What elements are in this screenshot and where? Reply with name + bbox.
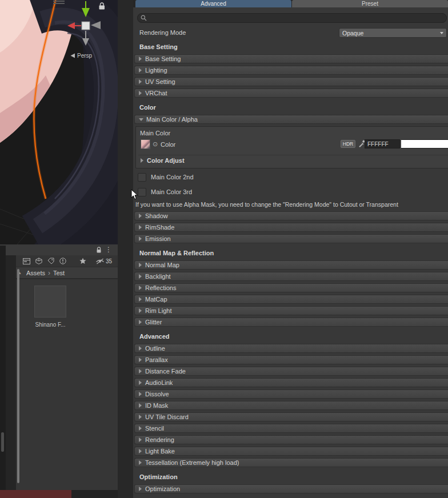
breadcrumb-root[interactable]: Assets	[26, 270, 45, 276]
foldout-row[interactable]: Base Setting	[134, 54, 448, 63]
chevron-right-icon	[139, 487, 142, 491]
breadcrumb-current[interactable]: Test	[53, 270, 65, 276]
main-color-title: Main Color	[140, 130, 170, 136]
normal-map-rows: Normal MapBacklightReflectionsMatCapRim …	[133, 260, 448, 327]
foldout-label: Outline	[145, 345, 165, 352]
foldout-row[interactable]: Reflections	[134, 283, 448, 292]
foldout-label: Main Color / Alpha	[146, 116, 198, 123]
hex-value-field[interactable]: FFFFFF	[365, 139, 400, 148]
section-header-color: Color	[133, 103, 448, 111]
search-input[interactable]	[137, 13, 447, 23]
foldout-row[interactable]: Light Bake	[134, 447, 448, 456]
chevron-right-icon	[139, 320, 142, 324]
foldout-row[interactable]: UV Tile Discard	[134, 412, 448, 421]
rendering-mode-dropdown[interactable]: Opaque	[339, 28, 447, 38]
star-icon[interactable]	[79, 258, 86, 264]
foldout-row[interactable]: Optimization	[134, 484, 448, 493]
optimization-rows: Optimization	[133, 484, 448, 493]
gizmo-center-handle[interactable]	[82, 22, 90, 30]
foldout-label: VRChat	[145, 90, 167, 97]
chevron-right-icon	[139, 91, 142, 95]
foldout-row[interactable]: Emission	[134, 234, 448, 243]
foldout-label: Parallax	[145, 356, 168, 363]
foldout-row[interactable]: Glitter	[134, 318, 448, 327]
section-header-advanced: Advanced	[133, 332, 448, 340]
foldout-row[interactable]: ID Mask	[134, 401, 448, 410]
kebab-menu-icon[interactable]: ⋮	[105, 246, 112, 254]
foldout-row[interactable]: AudioLink	[134, 378, 448, 387]
chevron-right-icon	[139, 274, 142, 279]
texture-thumbnail[interactable]	[141, 139, 150, 149]
foldout-row[interactable]: Rim Light	[134, 306, 448, 315]
checkbox-unchecked[interactable]	[138, 188, 146, 196]
foldout-label: Stencil	[145, 425, 164, 432]
asset-label[interactable]: Shinano F...	[16, 322, 85, 328]
advanced-rows: OutlineParallaxDistance FadeAudioLinkDis…	[133, 344, 448, 467]
chevron-right-icon	[139, 437, 142, 442]
foldout-row[interactable]: Tessellation (Extremely high load)	[134, 458, 448, 467]
chevron-right-icon	[139, 263, 142, 267]
foldout-row[interactable]: VRChat	[134, 89, 448, 98]
toggle-main-color-3rd[interactable]: Main Color 3rd	[138, 187, 448, 196]
chevron-right-icon	[139, 426, 142, 431]
foldout-row[interactable]: Shadow	[134, 211, 448, 220]
foldout-label: Glitter	[145, 319, 162, 326]
tab-preset[interactable]: Preset	[292, 0, 448, 7]
foldout-label: Reflections	[145, 284, 176, 291]
chevron-right-icon	[139, 79, 142, 84]
foldout-label: Color Adjust	[147, 157, 185, 164]
eyedropper-icon	[358, 140, 365, 147]
tag-icon[interactable]	[47, 258, 54, 264]
foldout-row[interactable]: UV Setting	[134, 77, 448, 86]
foldout-row[interactable]: RimShade	[134, 223, 448, 232]
tab-advanced[interactable]: Advanced	[135, 0, 291, 7]
panel-divider[interactable]	[118, 0, 133, 498]
foldout-row[interactable]: Backlight	[134, 272, 448, 281]
warning-icon[interactable]	[59, 258, 66, 264]
scene-view[interactable]: Persp	[0, 0, 118, 244]
lock-icon[interactable]	[96, 247, 102, 255]
foldout-row[interactable]: Rendering	[134, 435, 448, 444]
foldout-row[interactable]: Outline	[134, 344, 448, 353]
object-picker-icon[interactable]: ⊙	[153, 140, 158, 148]
outer-scrollbar-track[interactable]	[0, 246, 6, 490]
foldout-row[interactable]: Dissolve	[134, 389, 448, 399]
foldout-row[interactable]: Lighting	[134, 66, 448, 75]
chevron-right-icon	[139, 392, 142, 396]
base-setting-rows: Base SettingLightingUV SettingVRChat	[133, 54, 448, 98]
chevron-right-icon	[139, 346, 142, 351]
color-section-rows: ShadowRimShadeEmission	[133, 211, 448, 243]
console-icon[interactable]	[23, 258, 30, 264]
breadcrumb-separator-icon: ›	[48, 270, 50, 276]
chevron-down-icon	[139, 118, 143, 121]
foldout-row[interactable]: Stencil	[134, 424, 448, 433]
outer-scrollbar-thumb[interactable]	[1, 432, 4, 452]
section-header-normal-map: Normal Map & Reflection	[133, 249, 448, 257]
foldout-color-adjust[interactable]: Color Adjust	[138, 155, 448, 166]
project-scrollbar-thumb[interactable]	[17, 269, 19, 483]
mouse-cursor	[131, 189, 138, 200]
chevron-right-icon	[139, 286, 142, 290]
foldout-row[interactable]: Distance Fade	[134, 367, 448, 376]
prefab-icon[interactable]	[35, 258, 42, 264]
color-swatch[interactable]	[401, 139, 448, 148]
asset-thumbnail[interactable]	[34, 286, 66, 318]
chevron-right-icon	[139, 225, 142, 230]
foldout-row[interactable]: Parallax	[134, 355, 448, 364]
alpha-mask-info-text: If you want to use Alpha Mask, you need …	[135, 201, 448, 208]
chevron-right-icon	[139, 415, 142, 419]
foldout-main-color-alpha[interactable]: Main Color / Alpha	[134, 115, 448, 124]
chevron-right-icon	[139, 460, 142, 465]
foldout-row[interactable]: Normal Map	[134, 260, 448, 270]
inspector-panel: Advanced Preset Rendering Mode Opaque Ba…	[133, 0, 448, 498]
checkbox-unchecked[interactable]	[138, 173, 146, 182]
foldout-label: Dissolve	[145, 391, 169, 397]
scene-visibility-toggle[interactable]: 35	[95, 258, 112, 264]
section-header-base-setting: Base Setting	[133, 43, 448, 51]
foldout-label: Shadow	[145, 212, 168, 219]
foldout-row[interactable]: MatCap	[134, 295, 448, 304]
foldout-label: Rim Light	[145, 307, 171, 314]
chevron-right-icon	[139, 297, 142, 302]
toggle-main-color-2nd[interactable]: Main Color 2nd	[138, 172, 448, 182]
chevron-right-icon	[139, 449, 142, 453]
